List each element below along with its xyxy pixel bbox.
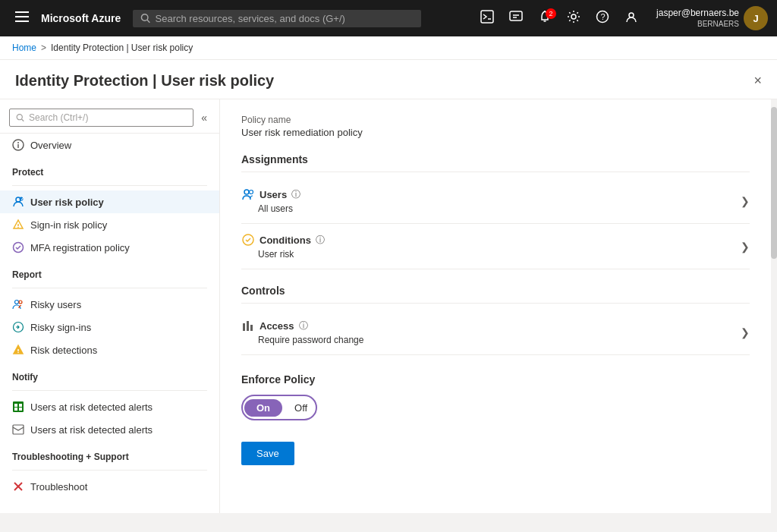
svg-point-38 xyxy=(244,190,249,194)
sidebar-item-overview[interactable]: Overview xyxy=(0,134,219,156)
search-bar[interactable] xyxy=(133,10,421,27)
svg-point-27 xyxy=(15,301,19,304)
user-risk-policy-icon: ✓ xyxy=(12,196,24,208)
section-title-report: Report xyxy=(0,259,219,283)
enforce-policy-toggle[interactable]: On Off xyxy=(241,395,317,420)
notifications-icon[interactable]: 2 xyxy=(532,7,558,30)
conditions-assignment-header: Conditions ⓘ xyxy=(241,233,325,247)
access-chevron-icon: ❯ xyxy=(741,326,750,338)
sidebar-collapse-button[interactable]: « xyxy=(198,110,210,125)
app-logo: Microsoft Azure xyxy=(41,12,121,24)
policy-name-value: User risk remediation policy xyxy=(241,127,750,138)
access-assignment-row[interactable]: Access ⓘ Require password change ❯ xyxy=(241,310,750,355)
right-content: Policy name User risk remediation policy… xyxy=(220,99,771,513)
troubleshoot-icon xyxy=(12,480,24,493)
search-input[interactable] xyxy=(156,13,414,24)
help-icon[interactable]: ? xyxy=(590,7,615,30)
terminal-icon[interactable] xyxy=(474,7,500,30)
risk-detections-label: Risk detections xyxy=(30,345,97,356)
users-assignment-row[interactable]: Users ⓘ All users ❯ xyxy=(241,178,750,224)
risky-sign-ins-label: Risky sign-ins xyxy=(30,322,91,333)
right-scrollbar[interactable] xyxy=(771,99,777,513)
notification-badge: 2 xyxy=(546,8,556,19)
breadcrumb-separator: > xyxy=(41,42,46,53)
svg-line-4 xyxy=(147,20,149,22)
svg-point-15 xyxy=(629,13,634,17)
page-title: Identity Protection | User risk policy xyxy=(15,72,274,90)
sidebar-item-mfa-registration[interactable]: MFA registration policy xyxy=(0,236,219,259)
svg-point-25 xyxy=(17,227,19,228)
toggle-container: On Off xyxy=(241,395,750,420)
sidebar: « Overview Protect ✓ User risk policy xyxy=(0,99,220,513)
svg-point-3 xyxy=(142,14,149,21)
users-assignment-header: Users ⓘ xyxy=(241,187,300,201)
conditions-chevron-icon: ❯ xyxy=(741,241,750,253)
svg-rect-42 xyxy=(247,321,249,331)
sidebar-search-box[interactable] xyxy=(9,109,193,127)
svg-rect-36 xyxy=(19,408,22,411)
avatar[interactable]: J xyxy=(744,6,768,30)
svg-text:?: ? xyxy=(601,12,606,21)
access-icon xyxy=(241,319,255,332)
conditions-assignment-row[interactable]: Conditions ⓘ User risk ❯ xyxy=(241,224,750,269)
top-bar: Microsoft Azure 2 ? jasper@bernaers.be B… xyxy=(0,0,777,36)
enforce-title: Enforce Policy xyxy=(241,373,750,386)
sidebar-search-input[interactable] xyxy=(29,112,187,123)
sidebar-item-troubleshoot[interactable]: Troubleshoot xyxy=(0,475,219,498)
sidebar-item-risky-sign-ins[interactable]: Risky sign-ins xyxy=(0,316,219,338)
sidebar-item-sign-in-risk[interactable]: Sign-in risk policy xyxy=(0,213,219,236)
users-info-icon[interactable]: ⓘ xyxy=(291,188,300,201)
troubleshooting-divider xyxy=(12,470,207,471)
weekly-digest-label: Users at risk detected alerts xyxy=(30,424,153,436)
users-chevron-icon: ❯ xyxy=(741,195,750,207)
protect-divider xyxy=(12,185,207,186)
troubleshoot-label: Troubleshoot xyxy=(30,481,87,493)
risk-detections-icon xyxy=(12,344,24,356)
sidebar-item-risky-users[interactable]: Risky users xyxy=(0,293,219,316)
page-wrapper: Identity Protection | User risk policy ×… xyxy=(0,60,777,513)
section-title-notify: Notify xyxy=(0,361,219,386)
sidebar-item-user-risk-policy[interactable]: ✓ User risk policy xyxy=(0,190,219,213)
user-risk-policy-label: User risk policy xyxy=(30,197,104,208)
conditions-type-label: Conditions xyxy=(260,235,311,246)
save-button[interactable]: Save xyxy=(241,442,294,465)
scrollbar-thumb xyxy=(771,107,777,259)
sign-in-risk-icon xyxy=(12,219,24,231)
mfa-registration-label: MFA registration policy xyxy=(30,242,130,253)
policy-name-label: Policy name xyxy=(241,115,750,125)
svg-point-20 xyxy=(17,142,19,143)
overview-label: Overview xyxy=(30,140,71,151)
assignments-section-title: Assignments xyxy=(241,153,750,172)
sidebar-item-weekly-digest[interactable]: Users at risk detected alerts xyxy=(0,418,219,441)
toggle-on-option[interactable]: On xyxy=(244,399,282,417)
report-divider xyxy=(12,288,207,288)
svg-point-16 xyxy=(17,115,22,120)
users-at-risk-alerts-label: Users at risk detected alerts xyxy=(30,401,153,413)
alerts-icon xyxy=(12,401,24,413)
hamburger-menu[interactable] xyxy=(9,7,35,30)
mfa-icon xyxy=(12,241,24,253)
access-type-label: Access xyxy=(260,320,294,332)
sidebar-item-risk-detections[interactable]: Risk detections xyxy=(0,338,219,361)
toggle-off-option[interactable]: Off xyxy=(284,399,317,417)
feedback-icon[interactable] xyxy=(503,7,529,30)
user-info[interactable]: jasper@bernaers.be BERNAERS J xyxy=(656,6,768,30)
svg-text:✓: ✓ xyxy=(20,197,24,201)
profile-icon[interactable] xyxy=(618,7,644,30)
svg-rect-35 xyxy=(14,408,17,411)
svg-rect-34 xyxy=(19,404,22,407)
close-button[interactable]: × xyxy=(753,73,762,89)
access-info-icon[interactable]: ⓘ xyxy=(299,320,308,332)
conditions-value: User risk xyxy=(241,249,325,260)
users-type-label: Users xyxy=(260,189,287,200)
settings-icon[interactable] xyxy=(561,7,587,30)
svg-rect-33 xyxy=(14,404,17,407)
weekly-digest-icon xyxy=(12,423,24,436)
breadcrumb-home[interactable]: Home xyxy=(12,42,36,53)
notify-divider xyxy=(12,390,207,391)
access-assignment-header: Access ⓘ xyxy=(241,319,363,332)
users-icon xyxy=(241,187,255,201)
sign-in-risk-label: Sign-in risk policy xyxy=(30,219,107,231)
sidebar-item-users-at-risk-alerts[interactable]: Users at risk detected alerts xyxy=(0,395,219,418)
conditions-info-icon[interactable]: ⓘ xyxy=(316,234,325,247)
